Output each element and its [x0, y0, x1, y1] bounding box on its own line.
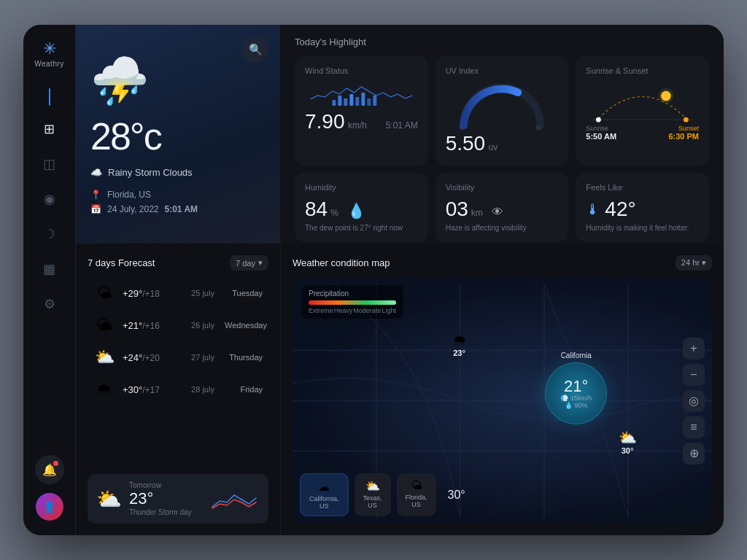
sidebar-item-moon[interactable]: ☽	[35, 219, 64, 249]
precip-bar	[309, 300, 396, 305]
feels-like-sub: Humidity is making it feel hotter.	[586, 224, 699, 232]
locate-button[interactable]: ◎	[683, 390, 705, 412]
map-temp-badge: 30°	[442, 473, 471, 516]
forecast-day-4: Friday	[225, 385, 263, 394]
weather-description-row: ☁️ Rainy Storm Clouds	[90, 167, 266, 178]
weather-meta: 📍 Florida, US 📅 24 July, 2022 5:01 AM	[90, 190, 266, 214]
california-label: California	[545, 351, 607, 359]
search-button[interactable]: 🔍	[242, 36, 268, 63]
map-controls: + − ◎ ≡ ⊕	[683, 338, 705, 464]
svg-rect-6	[367, 98, 371, 106]
forecast-high-2: +21°/+16	[123, 320, 181, 331]
forecast-list: 🌤 +29°/+18 25 july Tuesday 🌥 +21°/+16 26…	[88, 279, 268, 470]
svg-point-14	[684, 117, 689, 122]
map-marker-1: 🌧 23°	[452, 332, 467, 357]
uv-value: 5.50	[446, 132, 486, 155]
marker-temp-florida: 30°	[622, 446, 634, 455]
tomorrow-desc: Thunder Storm day	[129, 508, 201, 516]
visibility-value: 03	[446, 198, 468, 221]
map-title: Weather condition map	[293, 257, 390, 268]
sidebar: ✳ Weathry ⊞ ◫ ◉ ☽ ▦ ⚙ 🔔 👤	[23, 25, 76, 535]
visibility-sub: Haze is affecting visibility	[446, 224, 559, 232]
uv-unit: uv	[489, 142, 498, 152]
svg-point-11	[659, 88, 674, 104]
humidity-sub: The dew point is 27° right now	[305, 224, 418, 232]
current-weather-panel: 🔍 ⛈️ 28°c ☁️ Rainy Storm Clouds 📍 Florid…	[76, 25, 280, 244]
humidity-unit: %	[330, 208, 338, 218]
marker-cloud-icon-1: 🌧	[452, 332, 467, 349]
location-row: 📍 Florida, US	[90, 190, 266, 200]
visibility-value-row: 03 km 👁	[446, 198, 559, 221]
california-wind: 💨 15km/h	[560, 394, 592, 402]
loc-card-florida[interactable]: 🌤 Florida,US	[397, 473, 436, 516]
wind-unit: km/h	[348, 120, 367, 131]
feels-like-label: Feels Like	[586, 183, 699, 192]
forecast-header: 7 days Forecast 7 day ▾	[88, 255, 268, 271]
layers-button[interactable]: ≡	[683, 416, 705, 438]
loc-card-texas[interactable]: ⛅ Texas,US	[355, 473, 391, 516]
forecast-row-1: 🌤 +29°/+18 25 july Tuesday	[88, 279, 268, 307]
svg-rect-0	[332, 100, 336, 106]
uv-value-row: 5.50 uv	[446, 132, 559, 155]
precip-labels: Extreme Heavy Moderate Light	[309, 307, 396, 314]
svg-rect-7	[373, 96, 376, 106]
weather-desc-icon: ☁️	[90, 167, 102, 178]
california-temp: 21°	[564, 378, 588, 394]
map-header: Weather condition map 24 hr ▾	[293, 255, 712, 271]
calendar-icon: 📅	[90, 204, 101, 214]
forecast-dropdown[interactable]: 7 day ▾	[230, 255, 268, 271]
sidebar-item-settings[interactable]: ⚙	[35, 289, 64, 319]
svg-rect-5	[361, 93, 365, 106]
sunset-time: 6:30 PM	[668, 132, 699, 141]
svg-rect-3	[349, 94, 353, 106]
feels-like-card: Feels Like 🌡 42° Humidity is making it f…	[576, 173, 709, 242]
map-time-dropdown[interactable]: 24 hr ▾	[676, 255, 712, 271]
highlights-panel: Today's Highlight Wind Status	[280, 25, 724, 244]
precip-extreme: Extreme	[309, 307, 333, 314]
forecast-day-1: Tuesday	[225, 289, 263, 298]
forecast-day-3: Thursday	[225, 353, 263, 362]
humidity-value: 84	[305, 198, 328, 221]
forecast-high-1: +29°/+18	[123, 288, 181, 299]
forecast-row-2: 🌥 +21°/+16 26 july Wednesday	[88, 311, 268, 339]
notification-button[interactable]: 🔔	[35, 455, 64, 484]
map-badge-temp: 30°	[448, 489, 465, 502]
location-text: Florida, US	[107, 190, 151, 200]
zoom-out-button[interactable]: −	[683, 364, 705, 386]
sidebar-item-location[interactable]: ◉	[35, 184, 64, 214]
current-temperature: 28°c	[90, 114, 266, 158]
wind-wave-chart	[305, 81, 418, 107]
feels-like-value-row: 🌡 42°	[586, 198, 699, 221]
sidebar-item-calendar[interactable]: ▦	[35, 254, 64, 284]
wind-time: 5:01 AM	[386, 120, 418, 131]
avatar[interactable]: 👤	[36, 493, 63, 521]
stack-button[interactable]: ⊕	[683, 443, 705, 464]
sidebar-logo: ✳ Weathry	[34, 39, 64, 68]
forecast-row-4: 🌧 +30°/+17 28 july Friday	[88, 376, 268, 403]
highlights-title: Today's Highlight	[295, 36, 709, 47]
sunrise-sunset-label: Sunrise & Sunset	[586, 66, 699, 75]
svg-rect-1	[338, 96, 341, 106]
tomorrow-card: ⛅ Tomorrow 23° Thunder Storm day	[88, 474, 268, 524]
sidebar-item-dashboard[interactable]: ⊞	[35, 114, 64, 144]
visibility-card: Visibility 03 km 👁 Haze is affecting vis…	[436, 173, 569, 242]
sunrise-info: Sunrise 5:50 AM	[586, 125, 616, 141]
svg-rect-4	[355, 97, 359, 106]
loc-name-florida: Florida,US	[406, 494, 427, 508]
map-panel: Weather condition map 24 hr ▾	[280, 244, 724, 535]
zoom-in-button[interactable]: +	[683, 338, 705, 359]
map-marker-florida: ⛅ 30°	[619, 429, 637, 455]
loc-icon-florida: 🌤	[411, 479, 422, 492]
precip-title: Precipitation	[309, 289, 396, 298]
weather-description: Rainy Storm Clouds	[108, 167, 193, 178]
forecast-high-3: +24°/+20	[123, 352, 181, 363]
logo-icon: ✳	[43, 39, 56, 58]
loc-card-california[interactable]: ☁ California,US	[300, 473, 349, 516]
location-cards: ☁ California,US ⛅ Texas,US 🌤 Florida,US	[300, 473, 471, 516]
california-bubble: 21° 💨 15km/h 💧 90%	[545, 362, 607, 424]
humidity-label: Humidity	[305, 183, 418, 192]
sidebar-item-map[interactable]: ◫	[35, 149, 64, 179]
precipitation-legend: Precipitation Extreme Heavy Moderate Lig…	[301, 285, 403, 319]
main-content: 🔍 ⛈️ 28°c ☁️ Rainy Storm Clouds 📍 Florid…	[76, 25, 724, 535]
forecast-row-3: ⛅ +24°/+20 27 july Thursday	[88, 343, 268, 371]
